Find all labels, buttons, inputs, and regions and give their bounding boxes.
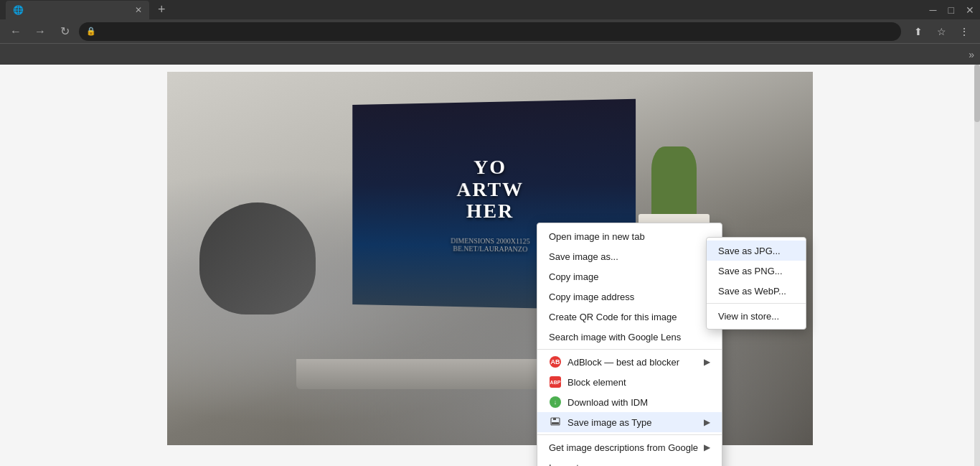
context-item-inspect[interactable]: Inspect [537,457,722,466]
title-bar: 🌐 ✕ + ─ □ ✕ [0,0,980,19]
lock-icon: 🔒 [86,27,96,36]
reload-button[interactable]: ↻ [55,22,75,42]
forward-button[interactable]: → [30,22,50,42]
menu-button[interactable]: ⋮ [954,22,974,42]
context-item-open-new-tab[interactable]: Open image in new tab [537,226,722,246]
bookmarks-extend-icon[interactable]: » [969,49,974,60]
bookmark-button[interactable]: ☆ [931,22,951,42]
browser-chrome: 🌐 ✕ + ─ □ ✕ ← → ↻ 🔒 ⬆ ☆ ⋮ [0,0,980,43]
save-type-icon [549,416,562,429]
context-item-save-type[interactable]: Save image as Type ▶ [537,412,722,432]
nav-bar: ← → ↻ 🔒 ⬆ ☆ ⋮ [0,19,980,43]
svg-rect-1 [553,418,556,420]
headphones [199,202,316,314]
submenu: Save as JPG... Save as PNG... Save as We… [706,237,806,330]
context-item-get-descriptions[interactable]: Get image descriptions from Google ▶ [537,437,722,457]
submenu-item-save-png[interactable]: Save as PNG... [707,261,806,281]
submenu-item-save-jpg[interactable]: Save as JPG... [707,241,806,261]
idm-icon: ↓ [549,396,562,409]
window-max-icon[interactable]: □ [948,4,954,16]
context-item-copy-image[interactable]: Copy image [537,266,722,286]
submenu-item-save-webp[interactable]: Save as WebP... [707,281,806,301]
submenu-item-view-store[interactable]: View in store... [707,306,806,326]
submenu-separator [707,303,806,304]
descriptions-arrow-icon: ▶ [704,442,710,452]
context-item-abp[interactable]: ABP Block element [537,372,722,392]
bookmarks-bar: » [0,43,980,65]
window-min-icon[interactable]: ─ [930,4,937,16]
context-item-idm[interactable]: ↓ Download with IDM [537,392,722,412]
context-item-create-qr[interactable]: Create QR Code for this image [537,307,722,327]
adblock-icon: AB [549,355,562,368]
separator-2 [537,434,722,435]
tab-close-icon[interactable]: ✕ [135,5,142,15]
context-item-search-lens[interactable]: Search image with Google Lens [537,327,722,347]
artwork-title: YO ARTW HER [451,156,530,223]
back-button[interactable]: ← [6,22,26,42]
scrollbar-thumb[interactable] [974,65,980,122]
plant [651,146,697,221]
active-tab[interactable]: 🌐 ✕ [6,1,149,19]
image-dimensions: DIMENSIONS 2000X1125 BE.NET/LAURAPANZO [451,236,530,253]
toolbar-actions: ⬆ ☆ ⋮ [908,22,974,42]
share-button[interactable]: ⬆ [908,22,928,42]
adblock-arrow-icon: ▶ [704,357,710,367]
svg-rect-2 [552,422,559,424]
new-tab-icon[interactable]: + [158,2,166,17]
context-item-copy-image-address[interactable]: Copy image address [537,286,722,307]
separator-1 [537,349,722,350]
window-close-icon[interactable]: ✕ [966,4,974,16]
context-item-adblock[interactable]: AB AdBlock — best ad blocker ▶ [537,352,722,372]
address-bar[interactable]: 🔒 [79,22,901,41]
save-type-arrow-icon: ▶ [704,417,710,427]
context-item-save-image-as[interactable]: Save image as... [537,246,722,266]
abp-icon: ABP [549,376,562,388]
scrollbar[interactable] [974,65,980,466]
context-menu: Open image in new tab Save image as... C… [537,223,722,466]
page-content: YO ARTW HER DIMENSIONS 2000X1125 BE.NET/… [0,65,980,466]
